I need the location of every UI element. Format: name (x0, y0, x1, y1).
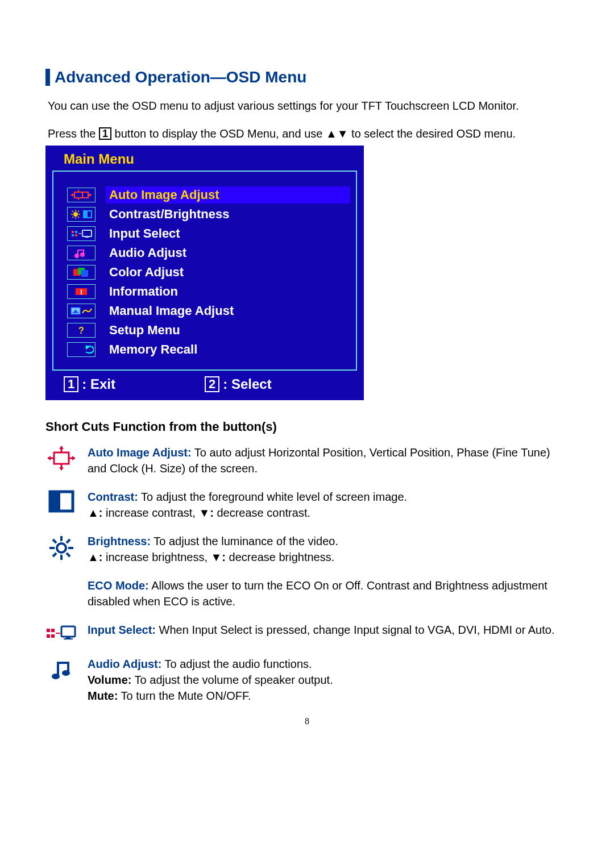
mute-label: Mute: (88, 690, 118, 702)
shortcut-eco-mode: ECO Mode: Allows the user to turn the EC… (45, 578, 569, 609)
shortcut-title: Brightness: (88, 535, 151, 547)
svg-rect-19 (72, 231, 74, 233)
svg-rect-63 (66, 637, 70, 638)
up-arrow-text: increase contrast, (102, 506, 198, 519)
shortcut-body: Brightness: To adjust the luminance of t… (77, 533, 569, 565)
shortcut-input-select: Input Select: When Input Select is press… (45, 622, 569, 643)
svg-line-13 (72, 211, 73, 212)
document-page: Advanced Operation—OSD Menu You can use … (0, 0, 614, 761)
auto-image-adjust-icon (45, 445, 77, 476)
up-arrow-label: ▲: (88, 551, 102, 563)
button-key-1: 1 (99, 127, 111, 140)
svg-rect-0 (74, 192, 82, 198)
shortcut-text: When Input Select is pressed, change Inp… (156, 624, 554, 636)
svg-rect-58 (47, 634, 50, 638)
shortcut-contrast: Contrast: To adjust the foreground white… (45, 489, 569, 521)
shortcut-text: Allows the user to turn the ECO On or Of… (88, 579, 547, 608)
svg-rect-22 (75, 234, 77, 236)
shortcut-audio-adjust: Audio Adjust: To adjust the audio functi… (45, 656, 569, 704)
svg-marker-44 (47, 456, 51, 460)
up-arrow-label: ▲: (88, 506, 102, 519)
information-icon (67, 284, 96, 299)
shortcut-body: Audio Adjust: To adjust the audio functi… (77, 656, 569, 704)
shortcut-brightness: Brightness: To adjust the luminance of t… (45, 533, 569, 565)
svg-rect-59 (51, 629, 55, 632)
svg-rect-60 (51, 634, 55, 638)
mute-text: To turn the Mute ON/OFF. (118, 690, 251, 702)
setup-menu-icon: ? (67, 323, 96, 338)
shortcut-body: Auto Image Adjust: To auto adjust Horizo… (77, 445, 569, 476)
svg-marker-4 (71, 193, 73, 197)
input-select-icon (45, 622, 77, 643)
svg-marker-42 (59, 446, 64, 449)
osd-item-color-adjust[interactable]: Color Adjust (67, 263, 350, 282)
svg-line-54 (67, 553, 70, 556)
svg-rect-33 (81, 292, 82, 294)
svg-rect-62 (61, 626, 75, 637)
osd-panel: Main Menu Auto Image Adjust Contrast/Bri… (45, 146, 364, 400)
svg-rect-57 (47, 629, 50, 632)
svg-rect-25 (85, 236, 89, 238)
svg-line-15 (72, 217, 73, 218)
page-number: 8 (45, 716, 569, 726)
svg-point-32 (81, 290, 82, 292)
svg-rect-21 (75, 231, 77, 233)
up-arrow-text: increase brightness, (102, 551, 210, 563)
memory-recall-icon (67, 342, 96, 357)
svg-line-53 (53, 539, 56, 543)
osd-key-1: 1 (64, 376, 78, 392)
osd-item-information[interactable]: Information (67, 282, 350, 301)
osd-item-label: Information (106, 283, 350, 300)
contrast-brightness-icon (67, 207, 96, 222)
no-icon (45, 578, 77, 609)
svg-rect-1 (82, 192, 88, 198)
heading-text: Advanced Operation—OSD Menu (55, 68, 306, 86)
volume-label: Volume: (88, 674, 131, 686)
osd-item-memory-recall[interactable]: Memory Recall (67, 340, 350, 359)
osd-item-label: Color Adjust (106, 264, 350, 281)
osd-item-label: Input Select (106, 225, 350, 242)
osd-item-auto-image-adjust[interactable]: Auto Image Adjust (67, 185, 350, 205)
svg-marker-45 (72, 456, 76, 460)
shortcut-text: To adjust the luminance of the video. (151, 535, 338, 547)
osd-title: Main Menu (50, 149, 359, 169)
intro-paragraph-1: You can use the OSD menu to adjust vario… (48, 98, 569, 114)
down-arrow-label: ▼: (211, 551, 226, 563)
svg-rect-37 (54, 452, 69, 464)
svg-rect-64 (64, 638, 73, 639)
section-heading: Advanced Operation—OSD Menu (45, 68, 569, 86)
osd-item-label: Contrast/Brightness (106, 206, 350, 223)
svg-rect-30 (81, 270, 88, 277)
shortcuts-heading: Short Cuts Function from the button(s) (45, 420, 569, 434)
input-select-icon (67, 226, 96, 241)
osd-item-contrast-brightness[interactable]: Contrast/Brightness (67, 205, 350, 224)
auto-image-adjust-icon (67, 188, 96, 202)
osd-item-manual-image-adjust[interactable]: Manual Image Adjust (67, 301, 350, 321)
osd-item-audio-adjust[interactable]: Audio Adjust (67, 243, 350, 263)
shortcut-auto-image-adjust: Auto Image Adjust: To auto adjust Horizo… (45, 445, 569, 476)
svg-point-48 (57, 543, 66, 553)
contrast-icon (45, 489, 77, 521)
osd-item-setup-menu[interactable]: ? Setup Menu (67, 321, 350, 340)
manual-image-adjust-icon (67, 304, 96, 318)
shortcut-text: To adjust the audio functions. (161, 658, 312, 670)
down-arrow-label: ▼: (198, 506, 213, 519)
osd-footer-select: 2 : Select (205, 376, 346, 392)
osd-exit-label: : Exit (82, 376, 115, 392)
brightness-icon (45, 533, 77, 565)
svg-point-27 (81, 253, 84, 256)
osd-menu-list: Auto Image Adjust Contrast/Brightness In… (52, 171, 357, 371)
svg-marker-43 (59, 467, 64, 471)
shortcut-title: Auto Image Adjust: (88, 446, 192, 459)
svg-rect-47 (50, 492, 60, 511)
intro-text-after: button to display the OSD Menu, and use … (111, 127, 516, 140)
down-arrow-text: decrease contrast. (214, 506, 310, 519)
shortcut-body: Input Select: When Input Select is press… (77, 622, 569, 643)
svg-line-56 (67, 539, 70, 543)
osd-footer-exit: 1 : Exit (64, 376, 205, 392)
shortcut-body: ECO Mode: Allows the user to turn the EC… (77, 578, 569, 609)
osd-select-label: : Select (223, 376, 271, 392)
osd-item-input-select[interactable]: Input Select (67, 224, 350, 243)
audio-adjust-icon (67, 246, 96, 260)
svg-line-55 (53, 553, 56, 556)
